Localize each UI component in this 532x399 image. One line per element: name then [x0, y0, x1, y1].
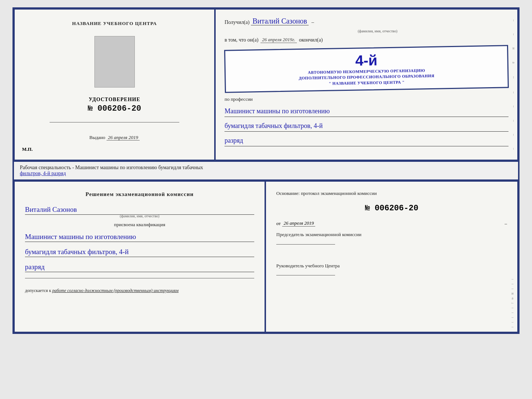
vydano-block: Выдано 26 апреля 2019: [89, 135, 140, 140]
profession-line2: бумагидля табачных фильтров, 4-й: [224, 121, 508, 132]
middle-label-prefix: Рабочая специальность - Машинист машины …: [20, 165, 203, 170]
photo-placeholder: [94, 36, 135, 88]
bottom-person-name: Виталий Сазонов: [25, 205, 254, 215]
profession-line1: Машинист машины по изготовлению: [224, 106, 508, 117]
vtom-line: в том, что он(а) 26 апреля 2019г. окончи…: [224, 37, 508, 43]
cert-date: 26 апреля 2019г.: [260, 37, 296, 43]
recipient-line: Получил(а) Виталий Сазонов –: [224, 17, 508, 25]
ot-dash: –: [505, 221, 507, 227]
ot-prefix: от: [276, 221, 281, 227]
qual-line2: бумагидля табачных фильтров, 4-й: [25, 247, 254, 257]
stamp-block: 4-й АВТОНОМНУЮ НЕКОММЕРЧЕСКУЮ ОРГАНИЗАЦИ…: [224, 45, 509, 93]
middle-label-underlined: фильтров, 4-й разряд: [20, 171, 66, 176]
mp-label: М.П.: [22, 146, 33, 152]
vtom-label: в том, что он(а): [224, 37, 258, 43]
qual-line3: разряд: [25, 262, 254, 272]
cert-left-panel: НАЗВАНИЕ УЧЕБНОГО ЦЕНТРА УДОСТОВЕРЕНИЕ №…: [15, 10, 216, 160]
recipient-name: Виталий Сазонов: [251, 17, 309, 25]
right-side-decoration: – – – и а ← – – – – –: [509, 182, 516, 332]
vydano-label: Выдано 26 апреля 2019: [89, 135, 140, 140]
bottom-right-panel: Основание: протокол экзаменационной коми…: [266, 182, 517, 332]
cert-right-panel: Получил(а) Виталий Сазонов – (фамилия, и…: [216, 10, 517, 160]
dash-sign: –: [312, 19, 314, 25]
right-edge-decoration: – – и а ← – – – – –: [510, 10, 517, 160]
vydano-date: 26 апреля 2019: [107, 135, 140, 140]
dopuskaetsya-value: работе согласно должностным (производств…: [52, 288, 179, 293]
predsedatel-label: Председатель экзаменационной комиссии: [276, 231, 507, 238]
center-name-label: НАЗВАНИЕ УЧЕБНОГО ЦЕНТРА: [72, 21, 157, 26]
udost-number: № 006206-20: [88, 104, 141, 113]
prisvoena-label: присвоена квалификация: [25, 222, 254, 228]
udost-label: УДОСТОВЕРЕНИЕ: [88, 97, 141, 103]
rukovoditel-label: Руководитель учебного Центра: [276, 262, 507, 270]
rukovoditel-signature: [276, 275, 335, 275]
okonchil-label: окончил(а): [299, 37, 323, 43]
bottom-document: Решением экзаменационной комиссии Витали…: [12, 179, 520, 334]
protocol-number: № 006206-20: [276, 204, 507, 213]
osnovanie-label: Основание: протокол экзаменационной коми…: [276, 190, 507, 196]
fio-subtitle: (фамилия, имя, отчество): [247, 29, 508, 33]
profession-line3: разряд: [224, 135, 508, 146]
predsedatel-signature: [276, 244, 335, 245]
dopuskaetsya-prefix: допускается к: [25, 288, 51, 293]
bottom-fio-sub: (фамилия, имя, отчество): [25, 214, 254, 218]
poluchil-label: Получил(а): [224, 19, 249, 25]
qual-line1: Машинист машины по изготовлению: [25, 232, 254, 242]
ot-date-value: 26 апреля 2019: [282, 220, 315, 227]
komissia-title: Решением экзаменационной комиссии: [25, 190, 254, 198]
udost-block: УДОСТОВЕРЕНИЕ № 006206-20: [88, 97, 141, 113]
certificate-top: НАЗВАНИЕ УЧЕБНОГО ЦЕНТРА УДОСТОВЕРЕНИЕ №…: [12, 7, 520, 162]
ot-date-block: от 26 апреля 2019 –: [276, 220, 507, 227]
middle-label: Рабочая специальность - Машинист машины …: [12, 162, 520, 179]
dopuskaetsya-block: допускается к работе согласно должностны…: [25, 288, 254, 293]
bottom-left-panel: Решением экзаменационной комиссии Витали…: [15, 182, 266, 332]
po-professii-label: по профессии: [224, 96, 253, 102]
